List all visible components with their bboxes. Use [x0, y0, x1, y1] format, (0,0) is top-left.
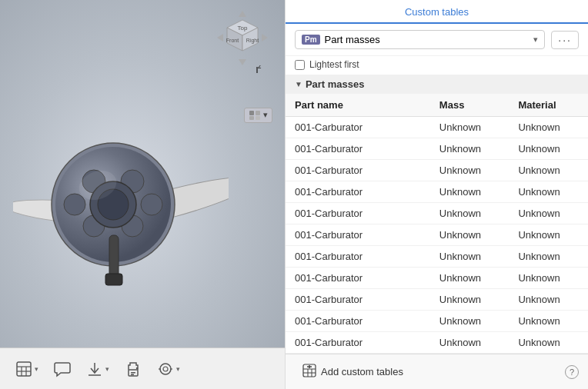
svg-text:Z: Z [258, 65, 262, 69]
comment-icon [54, 361, 71, 377]
svg-point-43 [163, 367, 168, 371]
cell-mass: Unknown [430, 289, 509, 311]
table-row[interactable]: 001-Carburator Unknown Unknown [286, 246, 588, 268]
print-icon [125, 361, 142, 377]
svg-rect-12 [249, 111, 254, 115]
section-label: Part masses [306, 78, 365, 90]
viewport: Top Front Right Z ▾ [0, 0, 285, 389]
cell-material: Unknown [509, 181, 588, 203]
cell-mass: Unknown [430, 268, 509, 289]
cell-mass: Unknown [430, 117, 509, 138]
svg-marker-3 [262, 34, 268, 42]
cell-part-name: 001-Carburator [286, 181, 430, 203]
help-icon[interactable]: ? [565, 365, 579, 379]
svg-marker-0 [239, 11, 246, 17]
svg-rect-39 [131, 372, 135, 374]
cell-part-name: 001-Carburator [286, 268, 430, 289]
download-icon [86, 361, 103, 377]
table-row[interactable]: 001-Carburator Unknown Unknown [286, 311, 588, 332]
svg-text:Top: Top [238, 25, 248, 32]
cell-material: Unknown [509, 117, 588, 138]
print-tool[interactable] [119, 356, 148, 382]
svg-rect-29 [105, 274, 122, 285]
table-section: ▼ Part masses Part name Mass Material 00… [286, 75, 588, 354]
cell-material: Unknown [509, 289, 588, 311]
lightest-first-checkbox[interactable] [295, 60, 305, 70]
cell-part-name: 001-Carburator [286, 246, 430, 268]
cell-part-name: 001-Carburator [286, 311, 430, 332]
svg-rect-15 [256, 116, 260, 120]
cell-mass: Unknown [430, 311, 509, 332]
cell-material: Unknown [509, 203, 588, 224]
table-row[interactable]: 001-Carburator Unknown Unknown [286, 203, 588, 224]
cell-material: Unknown [509, 268, 588, 289]
tape-tool[interactable]: ▾ [151, 356, 186, 382]
section-header[interactable]: ▼ Part masses [286, 75, 588, 94]
table-row[interactable]: 001-Carburator Unknown Unknown [286, 117, 588, 138]
svg-rect-40 [131, 374, 134, 375]
cell-mass: Unknown [430, 246, 509, 268]
col-material: Material [509, 94, 588, 117]
svg-marker-1 [239, 59, 246, 65]
cell-material: Unknown [509, 224, 588, 246]
cell-part-name: 001-Carburator [286, 332, 430, 354]
table-row[interactable]: 001-Carburator Unknown Unknown [286, 289, 588, 311]
add-custom-tables-button[interactable]: Add custom tables [295, 361, 411, 383]
table-row[interactable]: 001-Carburator Unknown Unknown [286, 160, 588, 181]
svg-point-41 [136, 367, 138, 368]
panel-header: Custom tables [286, 0, 588, 24]
cell-part-name: 001-Carburator [286, 203, 430, 224]
download-dropdown-arrow: ▾ [105, 365, 109, 373]
lightest-first-label: Lightest first [309, 59, 359, 70]
cell-part-name: 001-Carburator [286, 224, 430, 246]
table-header-row: Part name Mass Material [286, 94, 588, 117]
svg-point-25 [64, 194, 85, 215]
panel-title: Custom tables [405, 6, 469, 18]
table-dropdown-arrow: ▾ [35, 365, 38, 373]
svg-rect-31 [17, 362, 31, 376]
table-selector-dropdown[interactable]: Pm Part masses ▾ [295, 30, 545, 49]
bottom-bar: Add custom tables ? [286, 354, 588, 389]
checkbox-row: Lightest first [286, 56, 588, 75]
cell-mass: Unknown [430, 224, 509, 246]
cell-material: Unknown [509, 138, 588, 160]
table-row[interactable]: 001-Carburator Unknown Unknown [286, 332, 588, 354]
table-body: 001-Carburator Unknown Unknown 001-Carbu… [286, 117, 588, 354]
cell-material: Unknown [509, 311, 588, 332]
tape-dropdown-arrow: ▾ [176, 365, 180, 373]
table-row[interactable]: 001-Carburator Unknown Unknown [286, 268, 588, 289]
collapse-arrow: ▼ [295, 80, 302, 88]
table-tool[interactable]: ▾ [9, 356, 45, 382]
view-selector[interactable]: ▾ [244, 108, 272, 123]
comment-tool[interactable] [48, 356, 77, 382]
pm-badge: Pm [302, 35, 320, 45]
col-mass: Mass [430, 94, 509, 117]
cell-part-name: 001-Carburator [286, 289, 430, 311]
table-row[interactable]: 001-Carburator Unknown Unknown [286, 181, 588, 203]
cell-mass: Unknown [430, 332, 509, 354]
right-panel: Custom tables Pm Part masses ▾ ··· Light… [285, 0, 588, 389]
more-options-button[interactable]: ··· [551, 31, 579, 49]
cell-mass: Unknown [430, 203, 509, 224]
cube-navigator[interactable]: Top Front Right [215, 9, 269, 63]
parts-table: Part name Mass Material 001-Carburator U… [286, 94, 588, 354]
cell-mass: Unknown [430, 160, 509, 181]
cell-mass: Unknown [430, 181, 509, 203]
cell-part-name: 001-Carburator [286, 138, 430, 160]
add-icon [302, 364, 316, 380]
svg-rect-14 [249, 116, 254, 120]
table-row[interactable]: 001-Carburator Unknown Unknown [286, 138, 588, 160]
selected-table: Part masses [325, 34, 530, 45]
svg-point-22 [141, 194, 162, 215]
svg-text:Front: Front [226, 38, 239, 43]
svg-marker-2 [217, 34, 223, 42]
table-row[interactable]: 001-Carburator Unknown Unknown [286, 224, 588, 246]
data-table: Part name Mass Material 001-Carburator U… [286, 94, 588, 354]
download-tool[interactable]: ▾ [80, 356, 115, 382]
col-part-name: Part name [286, 94, 430, 117]
cell-material: Unknown [509, 160, 588, 181]
svg-text:Right: Right [246, 38, 259, 44]
svg-point-42 [160, 364, 171, 374]
cell-mass: Unknown [430, 138, 509, 160]
controls-row: Pm Part masses ▾ ··· [286, 24, 588, 56]
